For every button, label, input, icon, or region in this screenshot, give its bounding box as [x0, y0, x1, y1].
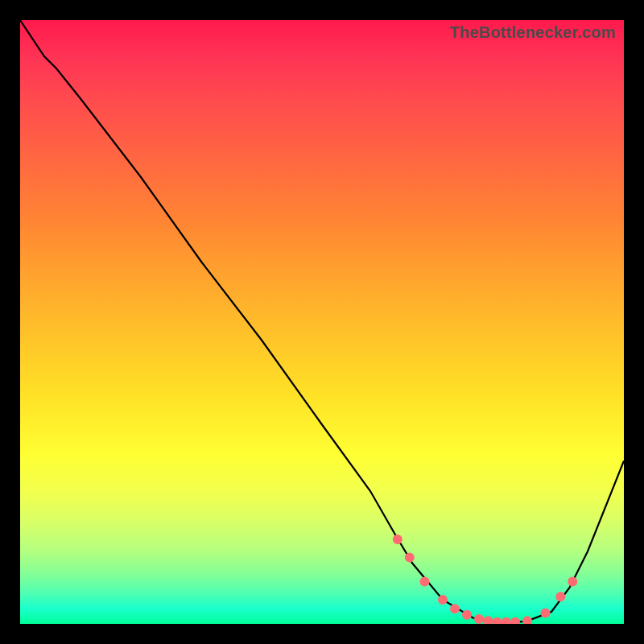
marker-dot	[420, 577, 430, 587]
marker-dot	[474, 614, 484, 624]
marker-dot	[522, 616, 532, 624]
marker-dot	[450, 604, 460, 613]
marker-dot	[493, 617, 502, 624]
marker-dot	[438, 595, 448, 605]
plot-area: TheBottlenecker.com	[20, 20, 624, 624]
marker-dot	[405, 553, 415, 563]
marker-dot	[483, 616, 493, 624]
marker-dot	[393, 535, 402, 544]
data-curve	[20, 20, 624, 624]
curve-svg	[20, 20, 624, 624]
marker-dot	[541, 609, 551, 618]
marker-dot	[502, 617, 511, 624]
marker-dot	[568, 577, 577, 587]
marker-dot	[555, 592, 565, 601]
marker-group	[393, 535, 578, 624]
marker-dot	[462, 610, 472, 620]
chart-frame: TheBottlenecker.com	[0, 0, 644, 644]
marker-dot	[510, 617, 520, 624]
